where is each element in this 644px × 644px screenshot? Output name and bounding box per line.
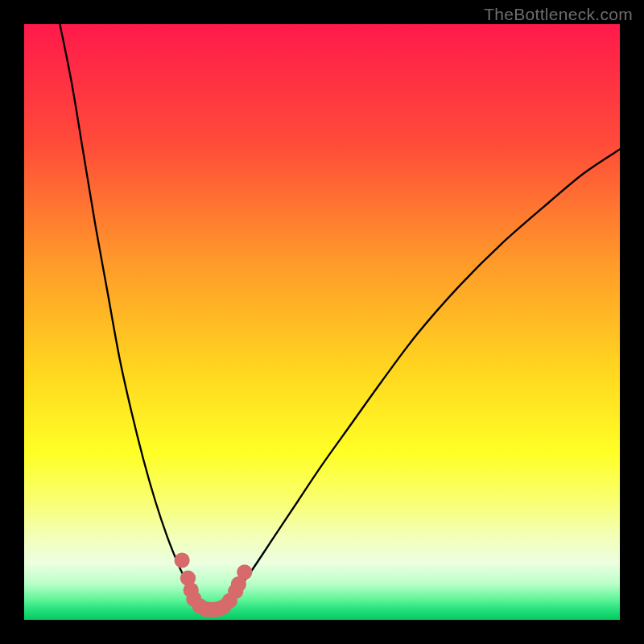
chart-frame: TheBottleneck.com — [0, 0, 644, 644]
left-curve — [60, 24, 203, 608]
watermark-text: TheBottleneck.com — [484, 5, 633, 24]
highlight-dots-group — [174, 552, 252, 617]
highlight-dot — [174, 552, 189, 568]
highlight-dot — [237, 564, 252, 580]
right-curve — [221, 149, 620, 608]
curves-layer — [24, 24, 620, 620]
plot-area — [24, 24, 620, 620]
